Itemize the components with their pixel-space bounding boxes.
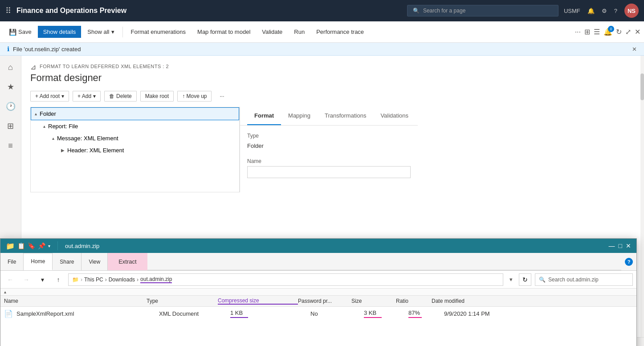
type-value: Folder <box>247 141 411 151</box>
tree-item-header[interactable]: ▶ Header: XML Element <box>31 144 239 156</box>
format-enumerations-button[interactable]: Format enumerations <box>126 26 192 38</box>
tree-item-report-file[interactable]: ▴ Report: File <box>31 120 239 132</box>
add-button[interactable]: + Add ▾ <box>73 91 101 102</box>
title-bar-icons: 📁 📋 🔖 📌 ▾ <box>6 242 50 250</box>
fe-dropdown-icon[interactable]: ▾ <box>48 244 50 248</box>
expand-arrow-header: ▶ <box>61 148 65 153</box>
right-panel-content: Type Folder Name <box>240 126 418 192</box>
make-root-button[interactable]: Make root <box>140 91 174 102</box>
save-button[interactable]: 💾 Save <box>4 26 37 38</box>
badge-icon[interactable]: 🔔 0 <box>603 28 612 36</box>
close-icon[interactable]: ✕ <box>635 28 640 36</box>
fe-col-header-ratio[interactable]: Ratio <box>396 298 432 304</box>
fe-up-button[interactable]: ↑ <box>52 273 65 286</box>
message-label: Message: XML Element <box>57 135 118 142</box>
fe-close-button[interactable]: ✕ <box>626 242 631 249</box>
tree-item-message[interactable]: ▴ Message: XML Element <box>31 132 239 144</box>
right-panel: Format Mapping Transformations Validatio… <box>240 107 418 192</box>
global-search[interactable]: 🔍 Search for a page <box>407 5 558 16</box>
notification-bar: ℹ File 'out.nselin.zip' created ✕ <box>0 43 644 56</box>
fe-tab-view[interactable]: View <box>82 253 108 270</box>
expand-arrow-report: ▴ <box>43 124 45 129</box>
tab-format[interactable]: Format <box>247 107 281 125</box>
fe-forward-button[interactable]: → <box>20 273 33 286</box>
apps-icon[interactable]: ⠿ <box>5 6 11 16</box>
map-format-button[interactable]: Map format to model <box>192 26 256 38</box>
column-icon[interactable]: ☰ <box>594 28 600 36</box>
fe-list-columns: Name Type Compressed size Password pr...… <box>0 296 636 307</box>
fe-col-header-password[interactable]: Password pr... <box>298 298 351 304</box>
scrollbar-thumb[interactable] <box>640 73 644 100</box>
settings-icon[interactable]: ⚙ <box>602 8 607 14</box>
sidebar-workspaces-icon[interactable]: ⊞ <box>3 118 19 134</box>
user-avatar[interactable]: NS <box>624 4 639 18</box>
sidebar-favorites-icon[interactable]: ★ <box>3 79 19 95</box>
run-button[interactable]: Run <box>289 26 310 38</box>
fe-col-header-compressed-size[interactable]: Compressed size <box>218 297 298 305</box>
add-root-button[interactable]: + Add root ▾ <box>30 91 69 102</box>
validate-button[interactable]: Validate <box>257 26 288 38</box>
file-type: XML Document <box>159 310 230 317</box>
usmf-label[interactable]: USMF <box>564 8 580 14</box>
name-input[interactable] <box>247 166 411 178</box>
expand-arrow-folder: ▴ <box>35 111 37 116</box>
fe-minimize-button[interactable]: — <box>609 242 615 249</box>
file-name: SampleXmlReport.xml <box>16 310 74 317</box>
fe-refresh-button[interactable]: ↻ <box>519 273 531 286</box>
fe-extract-button[interactable]: Extract <box>108 253 147 270</box>
fe-maximize-button[interactable]: □ <box>619 242 622 249</box>
fe-tab-file[interactable]: File <box>0 253 24 270</box>
fe-window-title: out.admin.zip <box>65 243 605 249</box>
fe-path-zip[interactable]: out.admin.zip <box>140 276 172 283</box>
fe-ribbon-toolbar: File Home Share View Extract ? <box>0 253 636 271</box>
show-details-button[interactable]: Show details <box>38 26 82 38</box>
notification-icon[interactable]: 🔔 <box>587 8 595 14</box>
sidebar-recent-icon[interactable]: 🕐 <box>3 98 19 114</box>
fe-col-header-date[interactable]: Date modified <box>432 298 512 304</box>
scrollbar-track <box>640 56 644 345</box>
move-up-button[interactable]: ↑ Move up <box>177 91 212 102</box>
tab-validations[interactable]: Validations <box>373 107 416 125</box>
fe-empty-area <box>0 321 636 346</box>
performance-trace-button[interactable]: Performance trace <box>311 26 369 38</box>
more-tree-options-button[interactable]: ··· <box>215 91 228 101</box>
help-icon[interactable]: ? <box>614 8 617 14</box>
notification-close-button[interactable]: ✕ <box>632 46 637 53</box>
file-icon: 📄 <box>4 309 13 318</box>
fe-col-header-name[interactable]: Name <box>4 298 147 304</box>
fe-search-box[interactable]: 🔍 Search out.admin.zip <box>535 273 633 286</box>
fe-sort-chevron[interactable]: ▴ <box>4 289 6 294</box>
grid-view-icon[interactable]: ⊞ <box>584 28 590 36</box>
sidebar-modules-icon[interactable]: ≡ <box>3 138 19 154</box>
filter-icon[interactable]: ⊿ <box>30 63 36 71</box>
show-all-button[interactable]: Show all ▾ <box>82 26 119 38</box>
fe-search-icon: 🔍 <box>539 277 546 283</box>
fe-help-button[interactable]: ? <box>621 253 636 270</box>
fe-back-button[interactable]: ← <box>4 273 16 286</box>
fe-col-header-size[interactable]: Size <box>351 298 396 304</box>
tree-item-folder[interactable]: ▴ Folder <box>31 107 239 120</box>
fe-path-downloads[interactable]: Downloads <box>109 277 135 283</box>
tab-transformations[interactable]: Transformations <box>318 107 373 125</box>
fe-bookmark-icon: 🔖 <box>28 242 35 249</box>
fe-path-chevron-1: › <box>81 277 82 283</box>
sidebar-home-icon[interactable]: ⌂ <box>3 59 19 75</box>
fe-address-dropdown-button[interactable]: ▾ <box>507 274 515 285</box>
name-field-group: Name <box>247 158 411 178</box>
fe-address-path[interactable]: 📁 › This PC › Downloads › out.admin.zip <box>68 273 503 286</box>
fe-dropdown-recent-button[interactable]: ▾ <box>36 273 49 286</box>
refresh-icon[interactable]: ↻ <box>616 28 622 36</box>
external-link-icon[interactable]: ⤢ <box>625 28 631 36</box>
fe-col-header-type[interactable]: Type <box>147 298 218 304</box>
fe-path-this-pc[interactable]: This PC <box>84 277 103 283</box>
type-field-group: Type Folder <box>247 133 411 151</box>
more-options-icon[interactable]: ··· <box>575 28 581 36</box>
fe-folder-icon: 📁 <box>6 242 15 250</box>
fe-tab-home[interactable]: Home <box>24 253 53 270</box>
tab-mapping[interactable]: Mapping <box>281 107 318 125</box>
delete-button[interactable]: 🗑 Delete <box>104 91 137 102</box>
expand-arrow-message: ▴ <box>52 136 54 141</box>
fe-tab-share[interactable]: Share <box>53 253 82 270</box>
file-ratio: 87% <box>408 309 444 318</box>
table-row[interactable]: 📄 SampleXmlReport.xml XML Document 1 KB … <box>0 307 636 321</box>
